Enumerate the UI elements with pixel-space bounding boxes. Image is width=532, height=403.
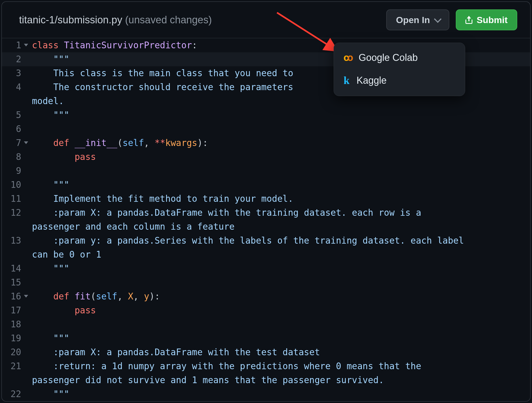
line-number: 6 [2,122,23,136]
upload-icon [465,16,472,24]
code-content: """ [23,178,69,192]
code-content: can be 0 or 1 [23,248,101,262]
code-content: model. [23,94,64,108]
line-number: 11 [2,192,23,206]
line-number: 19 [2,331,23,345]
line-number: 22 [2,387,23,401]
line-number: 10 [2,178,23,192]
line-number: 1 [2,38,23,52]
code-content: :param y: a pandas.Series with the label… [23,234,464,248]
code-content: pass [23,150,96,164]
line-number: 12 [2,206,23,220]
editor-panel: titanic-1/submission.py (unsaved changes… [1,1,531,402]
code-line[interactable]: 16 def fit(self, X, y): [2,290,530,303]
dropdown-item-label: Kaggle [356,75,387,86]
code-content: """ [23,331,69,345]
line-number: 18 [2,317,23,331]
line-number: 8 [2,150,23,164]
line-number: 21 [2,359,23,373]
file-path-text: titanic-1/submission.py [19,14,122,25]
code-line[interactable]: 17 pass [2,303,530,317]
line-number: 17 [2,303,23,317]
code-line[interactable]: 19 """ [2,331,530,345]
dropdown-item-colab[interactable]: Google Colab [334,47,465,69]
code-line-wrap[interactable]: passenger did not survive and 1 means th… [2,373,530,387]
code-content: :param X: a pandas.DataFrame with the te… [23,345,320,359]
line-number: 5 [2,108,23,122]
chevron-down-icon [434,15,441,23]
code-content: :param X: a pandas.DataFrame with the tr… [23,206,421,220]
code-line[interactable]: 15 [2,276,530,290]
code-line[interactable]: 8 pass [2,150,530,164]
code-content: """ [23,108,69,122]
code-content: passenger did not survive and 1 means th… [23,373,384,387]
fold-icon[interactable] [24,44,28,46]
line-number: 3 [2,66,23,80]
code-content: Implement the fit method to train your m… [23,192,293,206]
submit-label: Submit [477,15,508,25]
code-line[interactable]: 5 """ [2,108,530,122]
code-content: pass [23,303,96,317]
line-number: 16 [2,290,23,303]
code-line[interactable]: 12 :param X: a pandas.DataFrame with the… [2,206,530,220]
line-number: 20 [2,345,23,359]
code-line[interactable]: 14 """ [2,262,530,276]
line-number: 7 [2,136,23,150]
code-line[interactable]: 21 :return: a 1d numpy array with the pr… [2,359,530,373]
file-path-label: titanic-1/submission.py (unsaved changes… [19,14,212,26]
code-line[interactable]: 10 """ [2,178,530,192]
code-content: def __init__(self, **kwargs): [23,136,208,150]
line-number: 4 [2,80,23,94]
code-content: :return: a 1d numpy array with the predi… [23,359,421,373]
code-line[interactable]: 22 """ [2,387,530,401]
code-line[interactable]: 20 :param X: a pandas.DataFrame with the… [2,345,530,359]
code-line[interactable]: 13 :param y: a pandas.Series with the la… [2,234,530,248]
code-line[interactable]: 6 [2,122,530,136]
open-in-dropdown: Google Colab k Kaggle [334,43,465,96]
code-line-wrap[interactable]: model. [2,94,530,108]
code-line-wrap[interactable]: can be 0 or 1 [2,248,530,262]
line-number: 13 [2,234,23,248]
code-line[interactable]: 7 def __init__(self, **kwargs): [2,136,530,150]
line-number: 14 [2,262,23,276]
line-number: 9 [2,164,23,178]
code-content: """ [23,52,69,66]
editor-header: titanic-1/submission.py (unsaved changes… [2,2,530,38]
fold-icon[interactable] [24,295,28,298]
line-number: 15 [2,276,23,290]
code-content: """ [23,387,69,401]
colab-icon [344,52,352,63]
line-number: 2 [2,52,23,66]
code-line[interactable]: 9 [2,164,530,178]
code-line-wrap[interactable]: passenger and each column is a feature [2,220,530,234]
code-content: passenger and each column is a feature [23,220,235,234]
code-line[interactable]: 18 [2,317,530,331]
code-content: """ [23,262,69,276]
dropdown-item-kaggle[interactable]: k Kaggle [334,69,465,92]
kaggle-icon: k [344,74,349,87]
code-line[interactable]: 11 Implement the fit method to train you… [2,192,530,206]
submit-button[interactable]: Submit [456,9,517,30]
unsaved-indicator: (unsaved changes) [122,14,212,25]
fold-icon[interactable] [24,141,28,144]
header-buttons: Open In Submit [386,9,517,30]
dropdown-item-label: Google Colab [359,52,418,63]
code-content: def fit(self, X, y): [23,290,160,303]
code-content: class TitanicSurvivorPredictor: [23,38,197,52]
code-content: This class is the main class that you ne… [23,66,293,80]
open-in-button[interactable]: Open In [386,9,449,30]
open-in-label: Open In [396,15,430,25]
